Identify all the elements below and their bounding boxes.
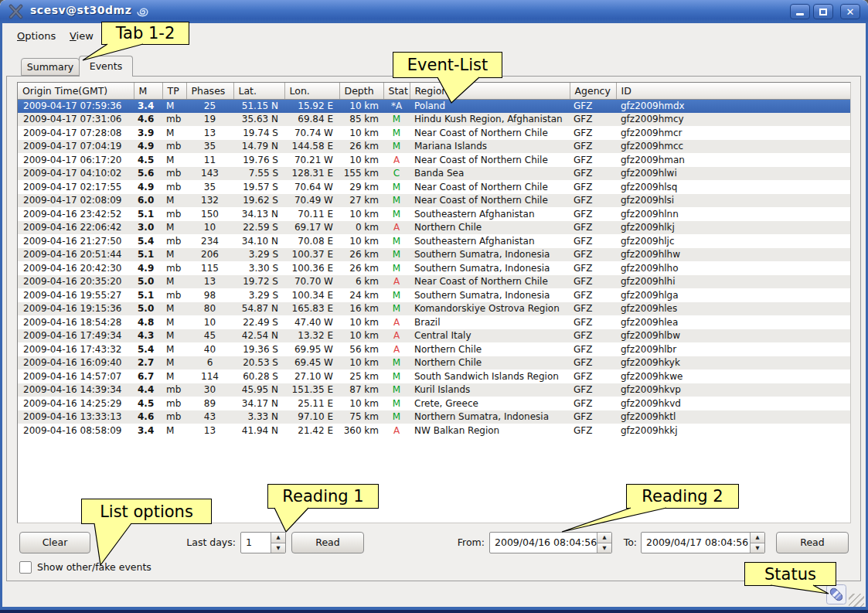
cell-id: gfz2009hkkj	[616, 424, 850, 438]
cell-agency: GFZ	[570, 113, 616, 127]
column-header-origin-time-gmt[interactable]: Origin Time(GMT)	[18, 83, 134, 99]
swirl-logo-icon	[133, 5, 151, 19]
cell-lon: 70.21 W	[284, 153, 339, 167]
event-row[interactable]: 2009-04-16 20:51:445.1M2063.29 S100.37 E…	[18, 248, 850, 262]
cell-agency: GFZ	[570, 140, 616, 154]
cell-tp: mb	[162, 234, 186, 248]
cell-stat: A	[383, 424, 410, 438]
cell-id: gfz2009hljc	[616, 234, 850, 248]
cell-tp: M	[162, 248, 186, 262]
cell-phases: 30	[186, 383, 233, 397]
event-row[interactable]: 2009-04-16 20:35:205.0M1319.72 S70.70 W6…	[18, 275, 850, 289]
event-row[interactable]: 2009-04-17 02:17:554.9mb3519.57 S70.64 W…	[18, 180, 850, 194]
cell-m: 4.4	[134, 383, 162, 397]
event-row[interactable]: 2009-04-17 06:17:204.5M1119.76 S70.21 W1…	[18, 153, 850, 167]
clear-button[interactable]: Clear	[19, 532, 90, 553]
cell-phases: 13	[186, 424, 233, 438]
column-header-id[interactable]: ID	[616, 83, 850, 99]
event-row[interactable]: 2009-04-17 07:31:064.6mb1935.63 N69.84 E…	[18, 113, 850, 127]
maximize-button[interactable]	[813, 4, 833, 19]
event-row[interactable]: 2009-04-17 07:59:363.4M2551.15 N15.92 E1…	[18, 99, 850, 113]
event-row[interactable]: 2009-04-17 02:08:096.0M13219.62 S70.49 W…	[18, 194, 850, 208]
read-last-days-button[interactable]: Read	[291, 532, 364, 553]
column-header-depth[interactable]: Depth	[339, 83, 383, 99]
cell-depth: 0 km	[339, 221, 383, 235]
to-spin-up-icon[interactable]: ▲	[751, 533, 764, 543]
cell-id: gfz2009hkvp	[616, 383, 850, 397]
event-row[interactable]: 2009-04-16 20:42:304.9mb1153.30 S100.36 …	[18, 261, 850, 275]
column-header-phases[interactable]: Phases	[186, 83, 233, 99]
column-header-lon[interactable]: Lon.	[284, 83, 339, 99]
cell-depth: 10 km	[339, 397, 383, 410]
event-row[interactable]: 2009-04-16 14:39:344.4mb3045.95 N151.35 …	[18, 383, 850, 397]
to-datetime-value[interactable]: 2009/04/17 08:04:56	[642, 533, 750, 553]
titlebar[interactable]: scesv@st30dmz ✕	[0, 0, 868, 23]
event-row[interactable]: 2009-04-17 07:28:083.9M1319.74 S70.74 W1…	[18, 126, 850, 140]
from-datetime-input[interactable]: 2009/04/16 08:04:56 ▲ ▼	[489, 532, 612, 553]
menu-view[interactable]: View	[66, 29, 97, 43]
cell-lat: 3.33 N	[233, 410, 284, 424]
resize-grip[interactable]	[849, 594, 864, 607]
cell-stat: M	[383, 194, 410, 208]
minimize-icon	[796, 13, 804, 15]
cell-tp: M	[162, 329, 186, 343]
last-days-spin-down-icon[interactable]: ▼	[271, 543, 285, 553]
cell-lon: 25.11 E	[284, 397, 339, 410]
cell-phases: 143	[186, 167, 233, 181]
cell-tp: M	[162, 424, 186, 438]
event-row[interactable]: 2009-04-16 22:06:423.0M1022.59 S69.17 W0…	[18, 221, 850, 235]
cell-agency: GFZ	[570, 180, 616, 194]
column-header-region[interactable]: Region	[410, 83, 570, 99]
cell-time: 2009-04-16 19:15:36	[18, 302, 134, 316]
cell-lon: 27.10 W	[284, 370, 339, 383]
event-row[interactable]: 2009-04-16 16:09:402.7M620.53 S69.45 W10…	[18, 356, 850, 370]
column-header-m[interactable]: M	[134, 83, 162, 99]
column-header-tp[interactable]: TP	[162, 83, 186, 99]
close-button[interactable]: ✕	[840, 4, 860, 19]
column-header-agency[interactable]: Agency	[570, 83, 616, 99]
event-row[interactable]: 2009-04-16 13:33:134.6mb433.33 N97.10 E7…	[18, 410, 850, 424]
from-datetime-value[interactable]: 2009/04/16 08:04:56	[490, 533, 597, 553]
cell-agency: GFZ	[570, 221, 616, 235]
cell-id: gfz2009hlwi	[616, 167, 850, 181]
cell-m: 4.6	[134, 113, 162, 127]
to-spin-down-icon[interactable]: ▼	[751, 543, 764, 553]
event-row[interactable]: 2009-04-16 08:58:093.4M1341.94 N21.42 E3…	[18, 424, 850, 438]
event-row[interactable]: 2009-04-16 14:57:076.7M11460.28 S27.10 W…	[18, 370, 850, 383]
minimize-button[interactable]	[790, 4, 810, 19]
cell-stat: M	[383, 234, 410, 248]
tab-summary[interactable]: Summary	[21, 58, 80, 76]
event-row[interactable]: 2009-04-16 19:15:365.0M8054.87 N165.83 E…	[18, 302, 850, 316]
cell-depth: 10 km	[339, 153, 383, 167]
event-row[interactable]: 2009-04-16 23:42:525.1mb15034.13 N70.11 …	[18, 207, 850, 221]
event-row[interactable]: 2009-04-16 17:43:325.4M4019.36 S69.95 W5…	[18, 342, 850, 356]
column-header-lat[interactable]: Lat.	[233, 83, 284, 99]
tab-events[interactable]: Events	[79, 56, 133, 77]
menu-options[interactable]: Options	[14, 29, 59, 43]
cell-time: 2009-04-17 07:31:06	[18, 113, 134, 127]
event-row[interactable]: 2009-04-16 14:25:294.5mb8934.17 N25.11 E…	[18, 397, 850, 410]
last-days-value[interactable]: 1	[241, 533, 271, 553]
read-range-button[interactable]: Read	[776, 532, 849, 553]
cell-tp: mb	[162, 383, 186, 397]
column-header-stat[interactable]: Stat	[383, 83, 410, 99]
cell-tp: M	[162, 126, 186, 140]
event-row[interactable]: 2009-04-17 04:10:025.6mb1437.55 S128.31 …	[18, 167, 850, 181]
cell-agency: GFZ	[570, 424, 616, 438]
show-fake-events-label: Show other/fake events	[37, 561, 151, 573]
cell-id: gfz2009hlga	[616, 288, 850, 302]
cell-time: 2009-04-17 04:10:02	[18, 167, 134, 181]
last-days-spin-up-icon[interactable]: ▲	[271, 533, 285, 543]
show-fake-events-checkbox[interactable]	[19, 561, 32, 574]
event-row[interactable]: 2009-04-17 07:04:194.9mb3514.79 N144.58 …	[18, 140, 850, 154]
event-row[interactable]: 2009-04-16 18:54:284.8M1022.49 S47.40 W1…	[18, 315, 850, 329]
last-days-spinner[interactable]: 1 ▲ ▼	[240, 532, 286, 553]
cell-id: gfz2009hlbr	[616, 342, 850, 356]
from-spin-down-icon[interactable]: ▼	[597, 543, 611, 553]
event-row[interactable]: 2009-04-16 21:27:505.4mb23434.10 N70.08 …	[18, 234, 850, 248]
event-row[interactable]: 2009-04-16 17:49:344.3M4542.54 N13.32 E1…	[18, 329, 850, 343]
to-datetime-input[interactable]: 2009/04/17 08:04:56 ▲ ▼	[641, 532, 765, 553]
cell-phases: 206	[186, 248, 233, 262]
event-row[interactable]: 2009-04-16 19:55:275.1mb983.29 S100.34 E…	[18, 288, 850, 302]
from-spin-up-icon[interactable]: ▲	[597, 533, 611, 543]
